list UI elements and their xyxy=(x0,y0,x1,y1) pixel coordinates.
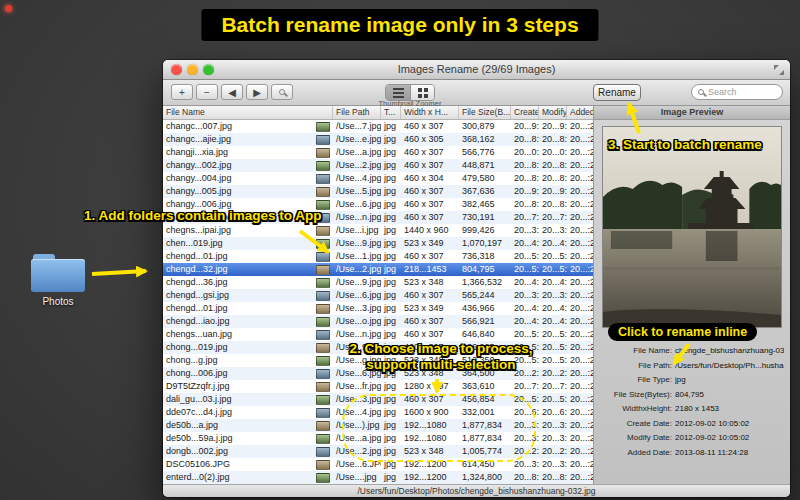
table-row[interactable]: chegns...ipai.jpg /Use...i.jpg jpg 1440 … xyxy=(163,224,593,237)
cell-type: jpg xyxy=(381,471,401,484)
preview-field-value[interactable]: 2012-09-02 10:05:02 xyxy=(675,431,784,446)
column-header[interactable]: File Size(B... xyxy=(459,106,511,119)
annotation-step1: 1. Add folders contain images to App xyxy=(84,208,322,223)
cell-file-path: /Use...4.jpg xyxy=(333,172,381,185)
annotation-step2: 2. Choose image to process, support mult… xyxy=(345,341,537,373)
column-header[interactable]: T... xyxy=(381,106,401,119)
preview-field-value[interactable]: 2013-08-11 11:24:28 xyxy=(675,446,784,461)
status-path: /Users/fun/Desktop/Photos/chengde_bishus… xyxy=(357,486,595,496)
table-row[interactable]: changc...007.jpg /Use...7.jpg jpg 460 x … xyxy=(163,120,593,133)
preview-field-value[interactable]: chengde_bishushanzhuang-032.jpg xyxy=(675,344,784,359)
cell-added: 20...:28 xyxy=(567,315,593,328)
cell-added: 20...:28 xyxy=(567,445,593,458)
cell-dimensions: 460 x 307 xyxy=(401,289,459,302)
cell-dimensions: 1440 x 960 xyxy=(401,224,459,237)
photos-folder[interactable]: Photos xyxy=(30,254,86,307)
table-row[interactable]: chengd...32.jpg /Use...2.jpg jpg 218...1… xyxy=(163,263,593,276)
cell-file-path: /Use...7.jpg xyxy=(333,120,381,133)
table-row[interactable]: changc...ajie.jpg /Use...e.jpg jpg 460 x… xyxy=(163,133,593,146)
zoom-tool-button[interactable] xyxy=(271,84,293,100)
cell-file-path: /Use...e.jpg xyxy=(333,133,381,146)
column-header[interactable]: Modify... xyxy=(539,106,567,119)
cell-created: 20...7:50 xyxy=(511,380,539,393)
table-row[interactable]: D9T5tZzqfr.j.jpg /Use...fr.jpg jpg 1280 … xyxy=(163,380,593,393)
preview-field-label: File Size(Bytes): xyxy=(600,388,672,403)
cell-added: 20...:28 xyxy=(567,406,593,419)
pavilion-photo-art xyxy=(603,127,781,327)
table-row[interactable]: changji...xia.jpg /Use...a.jpg jpg 460 x… xyxy=(163,146,593,159)
preview-field-value[interactable]: 2012-09-02 10:05:02 xyxy=(675,417,784,432)
column-header[interactable]: File Name xyxy=(163,106,333,119)
cell-modified: 20...2:14 xyxy=(539,445,567,458)
cell-file-name: dde07c...d4.j.jpg xyxy=(163,406,333,419)
thumbnail-icon xyxy=(316,369,330,379)
thumbnail-icon xyxy=(316,304,330,314)
column-header[interactable]: File Path xyxy=(333,106,381,119)
cell-modified: 20...9:02 xyxy=(539,120,567,133)
table-row[interactable]: chengd...36.jpg /Use...9.jpg jpg 523 x 3… xyxy=(163,276,593,289)
magnifier-icon xyxy=(279,89,285,95)
table-row[interactable]: chengs...uan.jpg /Use...n.jpg jpg 460 x … xyxy=(163,328,593,341)
cell-modified: 20...8:52 xyxy=(539,133,567,146)
window-title: Images Rename (29/69 Images) xyxy=(163,60,790,79)
fullscreen-icon[interactable] xyxy=(774,65,784,75)
search-field[interactable]: Search xyxy=(691,84,783,100)
cell-file-name: chengd...01.jpg xyxy=(163,302,333,315)
cell-modified: 20...2:50 xyxy=(539,367,567,380)
cell-file-path: /Use...6.jpg xyxy=(333,289,381,302)
titlebar[interactable]: Images Rename (29/69 Images) xyxy=(163,60,790,80)
cell-dimensions: 523 x 349 xyxy=(401,237,459,250)
remove-button[interactable]: − xyxy=(196,84,218,100)
headline-banner: Batch rename image only in 3 steps xyxy=(201,9,598,41)
cell-file-path: /Use...5.jpg xyxy=(333,185,381,198)
table-row[interactable]: changy...004.jpg /Use...4.jpg jpg 460 x … xyxy=(163,172,593,185)
preview-field-value[interactable]: 2180 x 1453 xyxy=(675,402,784,417)
cell-file-size: 1,366,532 xyxy=(459,276,511,289)
preview-field-value[interactable]: 804,795 xyxy=(675,388,784,403)
preview-field-value[interactable]: /Users/fun/Desktop/Ph...hushanzhuang-032… xyxy=(675,359,784,374)
table-row[interactable]: chengd...iao.jpg /Use...o.jpg jpg 460 x … xyxy=(163,315,593,328)
preview-field: File Type:jpg xyxy=(600,373,784,388)
back-button[interactable]: ◀ xyxy=(221,84,243,100)
table-row[interactable]: chen...019.jpg /Use...9.jpg jpg 523 x 34… xyxy=(163,237,593,250)
grid-view-button[interactable] xyxy=(410,85,434,100)
cell-type: jpg xyxy=(381,250,401,263)
folder-arrow xyxy=(92,271,146,274)
cell-modified: 20...3:06 xyxy=(539,224,567,237)
cell-added: 20...:28 xyxy=(567,328,593,341)
rename-button[interactable]: Rename xyxy=(593,84,641,101)
cell-type: jpg xyxy=(381,276,401,289)
cell-file-size: 999,426 xyxy=(459,224,511,237)
thumbnail-icon xyxy=(316,252,330,262)
cell-created: 20...0:58 xyxy=(511,146,539,159)
status-bar: /Users/fun/Desktop/Photos/chengde_bishus… xyxy=(163,484,790,497)
cell-type: jpg xyxy=(381,380,401,393)
column-header[interactable]: Added... xyxy=(567,106,593,119)
cell-dimensions: 460 x 305 xyxy=(401,133,459,146)
cell-modified: 20...3:36 xyxy=(539,289,567,302)
table-row[interactable]: chengd...01.jpg /Use...3.jpg jpg 523 x 3… xyxy=(163,302,593,315)
add-button[interactable]: + xyxy=(171,84,193,100)
table-row[interactable]: changy...005.jpg /Use...5.jpg jpg 460 x … xyxy=(163,185,593,198)
table-row[interactable]: changy...002.jpg /Use...2.jpg jpg 460 x … xyxy=(163,159,593,172)
thumbnail-icon xyxy=(316,291,330,301)
cell-dimensions: 460 x 307 xyxy=(401,120,459,133)
list-view-button[interactable] xyxy=(386,85,410,100)
cell-file-name: dongb...002.jpg xyxy=(163,445,333,458)
table-row[interactable]: chengd...01.jpg /Use...1.jpg jpg 460 x 3… xyxy=(163,250,593,263)
thumbnail-icon xyxy=(316,239,330,249)
table-row[interactable]: chengd...gsi.jpg /Use...6.jpg jpg 460 x … xyxy=(163,289,593,302)
cell-type: jpg xyxy=(381,302,401,315)
cell-modified: 20...5:44 xyxy=(539,341,567,354)
cell-modified: 20...8:02 xyxy=(539,471,567,484)
forward-button[interactable]: ▶ xyxy=(246,84,268,100)
column-header[interactable]: Width x H... xyxy=(401,106,459,119)
table-row[interactable]: enterd...0(2).jpg /Use....jpg jpg 192...… xyxy=(163,471,593,484)
thumbnail-icon xyxy=(316,460,330,470)
column-header[interactable]: Create... xyxy=(511,106,539,119)
cell-added: 20...:28 xyxy=(567,341,593,354)
cell-modified: 20...5:34 xyxy=(539,393,567,406)
cell-file-path: /Use...fr.jpg xyxy=(333,380,381,393)
preview-field-value[interactable]: jpg xyxy=(675,373,784,388)
cell-file-name: enterd...0(2).jpg xyxy=(163,471,333,484)
